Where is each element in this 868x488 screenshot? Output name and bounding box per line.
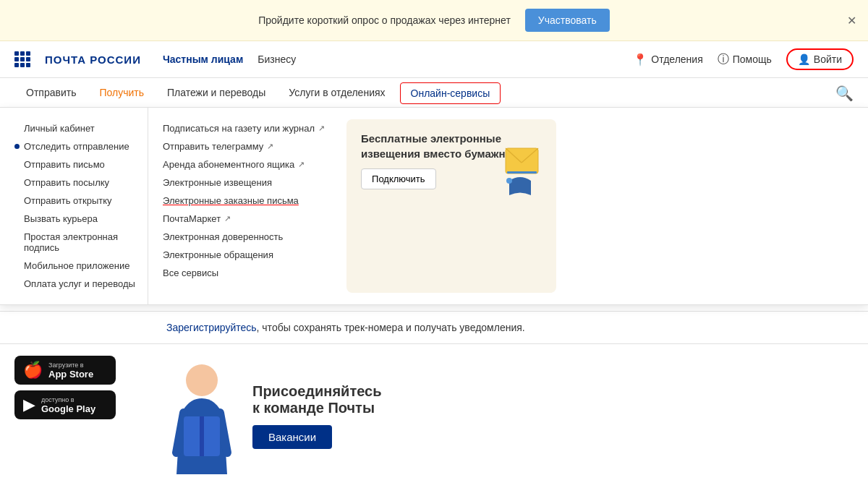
- sub-nav: Отправить Получить Платежи и переводы Ус…: [0, 78, 868, 109]
- login-label: Войти: [814, 53, 842, 65]
- dropdown-item-6[interactable]: Электронная доверенность: [163, 228, 325, 246]
- help-button[interactable]: ⓘ Помощь: [718, 52, 772, 67]
- dropdown-label-8: Все сервисы: [163, 267, 218, 278]
- dropdown-label-3: Электронные извещения: [163, 177, 272, 188]
- googleplay-big: Google Play: [41, 403, 95, 414]
- dropdown-label-0: Подписаться на газету или журнал: [163, 123, 315, 134]
- join-card: Присоединяйтесь к команде Почты Вакансии: [148, 344, 868, 488]
- user-icon: 👤: [798, 53, 810, 65]
- promo-card: Бесплатные электронные извещения вместо …: [346, 119, 556, 293]
- login-button[interactable]: 👤 Войти: [786, 48, 854, 70]
- grid-icon: [14, 51, 30, 67]
- dropdown-item-1[interactable]: Отправить телеграмму ↗: [163, 137, 325, 155]
- worker-illustration: [166, 359, 238, 474]
- send-letter-label: Отправить письмо: [24, 159, 105, 170]
- subnav-online-services[interactable]: Онлайн-сервисы: [400, 82, 501, 104]
- logo-text: ПОЧТА РОССИИ: [45, 53, 141, 66]
- vacancies-button[interactable]: Вакансии: [252, 425, 332, 449]
- register-banner: Зарегистрируйтесь, чтобы сохранять трек-…: [0, 311, 868, 343]
- send-postcard-label: Отправить открытку: [24, 195, 112, 206]
- googleplay-button[interactable]: ▶ доступно в Google Play: [14, 390, 116, 419]
- location-icon: 📍: [633, 53, 647, 67]
- sidebar-item-account[interactable]: Личный кабинет: [14, 119, 148, 137]
- participate-button[interactable]: Участвовать: [525, 9, 610, 32]
- join-title: Присоединяйтесь к команде Почты: [252, 383, 381, 416]
- header: ПОЧТА РОССИИ Частным лицам Бизнесу 📍 Отд…: [0, 41, 868, 78]
- external-icon-0: ↗: [318, 124, 325, 133]
- appstore-button[interactable]: 🍎 Загрузите в App Store: [14, 356, 116, 385]
- dropdown-item-2[interactable]: Аренда абонементного ящика ↗: [163, 155, 325, 174]
- dropdown-item-5[interactable]: ПочтаМаркет ↗: [163, 210, 325, 228]
- sidebar-item-mobile[interactable]: Мобильное приложение: [14, 257, 148, 275]
- search-icon[interactable]: 🔍: [835, 85, 854, 102]
- sidebar-item-courier[interactable]: Вызвать курьера: [14, 210, 148, 228]
- sidebar-item-track[interactable]: Отследить отправление: [14, 137, 148, 155]
- branches-button[interactable]: 📍 Отделения: [633, 53, 702, 67]
- dropdown-label-6: Электронная доверенность: [163, 231, 283, 242]
- dropdown-menu: Личный кабинет Отследить отправление Отп…: [0, 107, 868, 305]
- dropdown-item-4[interactable]: Электронные заказные письма: [163, 192, 325, 210]
- apple-icon: 🍎: [23, 361, 43, 380]
- subnav-payments[interactable]: Платежи и переводы: [156, 78, 277, 108]
- appstore-small: Загрузите в: [48, 361, 93, 369]
- account-label: Личный кабинет: [24, 123, 95, 134]
- promo-connect-button[interactable]: Подключить: [361, 168, 436, 189]
- svg-rect-3: [507, 171, 537, 174]
- payments-label: Оплата услуг и переводы: [24, 278, 135, 289]
- dropdown-col: Подписаться на газету или журнал ↗ Отпра…: [163, 119, 325, 293]
- external-icon-2: ↗: [298, 160, 305, 169]
- promo-illustration: [491, 127, 549, 207]
- logo[interactable]: ПОЧТА РОССИИ: [45, 53, 141, 66]
- dropdown-label-5: ПочтаМаркет: [163, 213, 221, 224]
- app-buttons-section: 🍎 Загрузите в App Store ▶ доступно в Goo…: [0, 344, 148, 488]
- dropdown-item-3[interactable]: Электронные извещения: [163, 174, 325, 192]
- dropdown-item-7[interactable]: Электронные обращения: [163, 246, 325, 264]
- help-icon: ⓘ: [718, 52, 729, 67]
- nav-business[interactable]: Бизнесу: [258, 53, 296, 65]
- branches-label: Отделения: [651, 53, 702, 65]
- dropdown-item-0[interactable]: Подписаться на газету или журнал ↗: [163, 119, 325, 137]
- svg-point-5: [186, 364, 218, 396]
- send-parcel-label: Отправить посылку: [24, 177, 109, 188]
- help-label: Помощь: [733, 53, 772, 65]
- join-text-area: Присоединяйтесь к команде Почты Вакансии: [252, 383, 381, 449]
- dropdown-label-2: Аренда абонементного ящика: [163, 159, 294, 170]
- appstore-big: App Store: [48, 369, 93, 380]
- sidebar-item-send-postcard[interactable]: Отправить открытку: [14, 192, 148, 210]
- subnav-office-services[interactable]: Услуги в отделениях: [277, 78, 396, 108]
- googleplay-small: доступно в: [41, 396, 95, 403]
- sidebar-item-esign[interactable]: Простая электронная подпись: [14, 228, 148, 257]
- header-nav: Частным лицам Бизнесу: [163, 53, 296, 65]
- sidebar-item-send-parcel[interactable]: Отправить посылку: [14, 174, 148, 192]
- mobile-label: Мобильное приложение: [24, 260, 129, 271]
- svg-point-4: [506, 178, 512, 184]
- nav-personal[interactable]: Частным лицам: [163, 53, 243, 65]
- sidebar-item-send-letter[interactable]: Отправить письмо: [14, 155, 148, 174]
- external-icon-1: ↗: [267, 142, 273, 151]
- dropdown-area: Подписаться на газету или журнал ↗ Отпра…: [148, 108, 868, 304]
- sidebar-item-payments[interactable]: Оплата услуг и переводы: [14, 275, 148, 293]
- dropdown-item-8[interactable]: Все сервисы: [163, 264, 325, 282]
- dropdown-sidebar: Личный кабинет Отследить отправление Отп…: [0, 108, 148, 304]
- track-label: Отследить отправление: [24, 141, 129, 152]
- subnav-send[interactable]: Отправить: [14, 78, 88, 108]
- courier-label: Вызвать курьера: [24, 213, 98, 224]
- external-icon-5: ↗: [224, 214, 231, 223]
- dropdown-label-7: Электронные обращения: [163, 249, 273, 260]
- dropdown-label-4: Электронные заказные письма: [163, 195, 299, 206]
- google-play-icon: ▶: [23, 395, 35, 414]
- top-banner: Пройдите короткий опрос о продажах через…: [0, 0, 868, 41]
- close-banner-button[interactable]: ✕: [847, 14, 856, 27]
- register-link[interactable]: Зарегистрируйтесь: [166, 322, 257, 333]
- register-text: , чтобы сохранять трек-номера и получать…: [257, 322, 525, 333]
- svg-rect-7: [200, 416, 204, 456]
- esign-label: Простая электронная подпись: [24, 231, 148, 253]
- banner-text: Пройдите короткий опрос о продажах через…: [258, 14, 511, 26]
- bottom-section: 🍎 Загрузите в App Store ▶ доступно в Goo…: [0, 343, 868, 488]
- header-right: 📍 Отделения ⓘ Помощь 👤 Войти: [633, 48, 854, 70]
- subnav-receive[interactable]: Получить: [88, 78, 156, 108]
- dropdown-label-1: Отправить телеграмму: [163, 141, 263, 152]
